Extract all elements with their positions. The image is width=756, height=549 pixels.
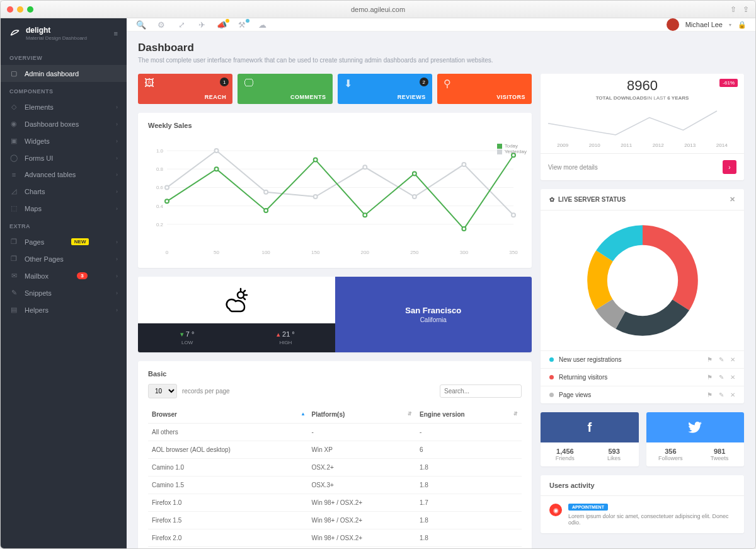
activity-tag: APPOINTMENT: [568, 504, 608, 511]
nav-icon: ❐: [9, 238, 18, 246]
svg-text:350: 350: [509, 250, 518, 255]
edit-icon[interactable]: ✎: [719, 391, 724, 398]
per-page-select[interactable]: 10: [148, 384, 177, 398]
svg-text:0.8: 0.8: [156, 166, 164, 172]
sidebar-item-admin-dashboard[interactable]: ▢Admin dashboard: [1, 65, 127, 82]
sidebar-item-forms-ui[interactable]: ◯Forms UI›: [1, 149, 127, 166]
reader-icon[interactable]: ⇧: [730, 5, 736, 14]
maximize-window-button[interactable]: [27, 6, 33, 13]
tile-reach[interactable]: 🖼REACH1: [138, 74, 232, 104]
svg-point-28: [264, 209, 268, 212]
table-row[interactable]: Camino 1.5OSX.3+1.8: [148, 477, 522, 494]
cloud-icon[interactable]: ☁: [256, 20, 268, 30]
nav-icon: ◉: [9, 120, 18, 128]
status-row: Returning visitors⚑✎✕: [541, 368, 744, 386]
svg-point-18: [165, 185, 169, 189]
svg-point-23: [413, 195, 416, 199]
weather-region: California: [420, 316, 447, 323]
twitter-card[interactable]: 356Followers 981Tweets: [646, 412, 745, 466]
table-row[interactable]: Firefox 1.0Win 98+ / OSX.2+1.7: [148, 494, 522, 512]
col-browser[interactable]: Browser▴: [148, 406, 308, 424]
sidebar-item-maps[interactable]: ⬚Maps›: [1, 200, 127, 217]
weekly-sales-chart: 0.20.40.60.81.0050100150200250300350: [148, 144, 520, 258]
sidebar-item-helpers[interactable]: ▤Helpers›: [1, 301, 127, 318]
svg-text:150: 150: [311, 250, 320, 255]
svg-point-26: [165, 199, 169, 203]
status-row: New user registrations⚑✎✕: [541, 350, 744, 368]
chevron-down-icon[interactable]: ▾: [729, 22, 731, 28]
gear-icon[interactable]: ⚙: [156, 20, 167, 30]
weather-card: ▾ 7 ° LOW ▴ 21 ° HIGH: [138, 277, 532, 352]
table-row[interactable]: Firefox 1.5Win 98+ / OSX.2+1.8: [148, 512, 522, 529]
address-bar[interactable]: demo.agileui.com: [351, 6, 405, 13]
col-engine-version[interactable]: Engine version⇵: [416, 406, 522, 424]
view-more-link[interactable]: View more details: [548, 164, 598, 171]
svg-text:0.4: 0.4: [156, 204, 164, 209]
browser-titlebar: demo.agileui.com ⇧⇪: [1, 1, 755, 18]
table-search-input[interactable]: [440, 384, 522, 398]
lock-icon[interactable]: 🔒: [738, 21, 747, 29]
flag-icon[interactable]: ⚑: [707, 374, 713, 381]
tile-comments[interactable]: 🖵COMMENTS: [238, 74, 332, 104]
settings-icon[interactable]: ⚒: [236, 20, 248, 30]
chevron-right-icon: ›: [116, 138, 118, 144]
sidebar-item-mailbox[interactable]: ✉Mailbox3›: [1, 267, 127, 284]
sidebar-item-charts[interactable]: ◿Charts›: [1, 183, 127, 200]
downloads-sparkline: [544, 107, 721, 139]
weekly-sales-title: Weekly Sales: [148, 122, 522, 129]
avatar[interactable]: [667, 18, 679, 31]
twitter-icon: [646, 412, 745, 442]
tile-icon: ⬇: [344, 78, 426, 90]
svg-point-31: [413, 172, 416, 176]
tile-badge: 2: [420, 78, 428, 86]
chevron-right-icon: ›: [116, 273, 118, 279]
table-row[interactable]: AOL browser (AOL desktop)Win XP6: [148, 441, 522, 459]
expand-icon[interactable]: ⤢: [176, 20, 187, 30]
svg-text:250: 250: [410, 250, 419, 255]
sidebar-item-elements[interactable]: ◇Elements›: [1, 98, 127, 115]
table-row[interactable]: All others--: [148, 424, 522, 441]
flag-icon[interactable]: ⚑: [707, 356, 713, 363]
tile-reviews[interactable]: ⬇REVIEWS2: [338, 74, 432, 104]
close-window-button[interactable]: [7, 6, 13, 13]
send-icon[interactable]: ✈: [196, 20, 207, 30]
svg-point-20: [264, 190, 268, 194]
table-row[interactable]: Firefox 3.0Win 2k+ / OSX.3+1.9: [148, 547, 522, 549]
svg-point-22: [363, 165, 367, 169]
search-icon[interactable]: 🔍: [135, 20, 147, 30]
edit-icon[interactable]: ✎: [719, 374, 724, 381]
close-icon[interactable]: ✕: [730, 195, 735, 204]
minimize-window-button[interactable]: [17, 6, 23, 13]
chevron-right-icon: ›: [116, 171, 118, 178]
svg-text:300: 300: [460, 250, 469, 255]
tile-visitors[interactable]: ⚲VISITORS: [437, 74, 532, 104]
nav-icon: ◯: [9, 154, 18, 162]
close-icon[interactable]: ✕: [730, 391, 735, 398]
user-name[interactable]: Michael Lee: [685, 21, 723, 28]
sidebar-item-snippets[interactable]: ✎Snippets›: [1, 284, 127, 301]
edit-icon[interactable]: ✎: [719, 356, 724, 363]
svg-point-27: [215, 167, 219, 171]
downloads-badge: -61%: [719, 79, 738, 87]
nav-icon: ◇: [9, 103, 18, 111]
sidebar-item-widgets[interactable]: ▣Widgets›: [1, 132, 127, 149]
sidebar-item-advanced-tables[interactable]: ≡Advanced tables›: [1, 166, 127, 183]
sidebar-item-pages[interactable]: ❐PagesNEW›: [1, 233, 127, 250]
sidebar-toggle-icon[interactable]: ≡: [114, 30, 118, 37]
share-icon[interactable]: ⇪: [743, 5, 749, 14]
close-icon[interactable]: ✕: [730, 356, 735, 363]
facebook-card[interactable]: f 1,456Friends 593Likes: [541, 412, 639, 466]
view-more-button[interactable]: ›: [723, 160, 736, 174]
svg-text:50: 50: [214, 250, 219, 255]
activity-text: Lorem ipsum dolor sic amet, consectetuer…: [568, 513, 735, 526]
svg-point-32: [462, 227, 466, 231]
status-dot-icon: [549, 375, 554, 379]
sidebar-item-dashboard-boxes[interactable]: ◉Dashboard boxes›: [1, 115, 127, 132]
table-row[interactable]: Camino 1.0OSX.2+1.8: [148, 459, 522, 477]
sidebar-item-other-pages[interactable]: ❐Other Pages›: [1, 250, 127, 267]
col-platform-s-[interactable]: Platform(s)⇵: [308, 406, 416, 424]
close-icon[interactable]: ✕: [730, 374, 735, 381]
table-row[interactable]: Firefox 2.0Win 98+ / OSX.2+1.8: [148, 529, 522, 547]
megaphone-icon[interactable]: 📣: [216, 20, 227, 30]
flag-icon[interactable]: ⚑: [707, 391, 713, 398]
